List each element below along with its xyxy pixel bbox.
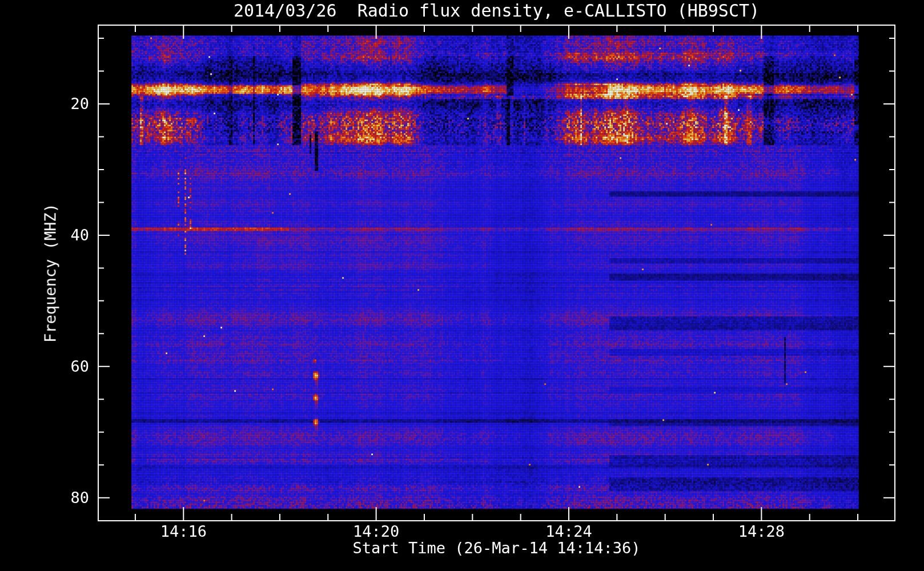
y-tick-label: 80 [48,489,89,506]
y-tick-label: 20 [48,95,89,112]
x-tick-label: 14:24 [545,522,592,540]
y-tick-label: 60 [48,357,89,375]
x-tick-label: 14:20 [353,522,399,540]
x-tick-label: 14:28 [738,522,785,540]
x-axis-label: Start Time (26-Mar-14 14:14:36) [98,539,895,557]
spectrogram-page: { "window": { "width": 1618, "height": 1… [0,0,924,571]
spectrogram-canvas [0,0,924,571]
y-axis-label: Frequency (MHZ) [42,203,59,343]
y-tick-label: 40 [48,226,89,244]
x-tick-label: 14:16 [160,522,207,540]
chart-title: 2014/03/26 Radio flux density, e-CALLIST… [98,1,895,21]
